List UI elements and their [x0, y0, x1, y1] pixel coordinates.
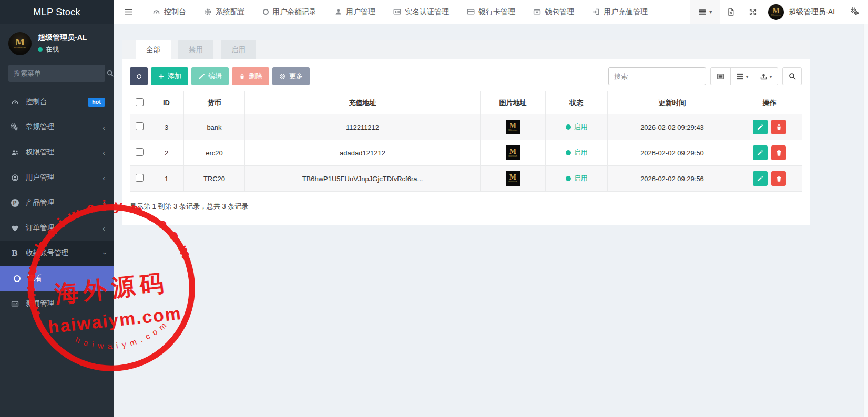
topbar-user-name[interactable]: 超级管理员-AL — [789, 7, 837, 17]
column-header-address[interactable]: 充值地址 — [245, 91, 481, 114]
table-row: 3 bank 112211212 M Millennium — [130, 114, 802, 140]
sidebar-item-users[interactable]: 用户管理 ‹ — [0, 165, 114, 190]
row-edit-button[interactable] — [753, 120, 768, 134]
row-edit-button[interactable] — [753, 171, 768, 186]
select-all-checkbox[interactable] — [136, 98, 144, 106]
trash-icon — [775, 175, 782, 182]
scrollbar-track[interactable] — [863, 24, 868, 417]
sidebar-item-products[interactable]: P 产品管理 ‹ — [0, 190, 114, 215]
row-checkbox[interactable] — [136, 148, 144, 156]
product-icon: P — [9, 199, 20, 207]
detail-view-button[interactable] — [710, 67, 731, 85]
cell-updated: 2026-02-02 09:29:43 — [608, 114, 737, 140]
settings-button[interactable] — [842, 0, 868, 24]
row-checkbox[interactable] — [136, 174, 144, 182]
cell-updated: 2026-02-02 09:29:56 — [608, 166, 737, 192]
sidebar-item-dashboard[interactable]: 控制台 hot — [0, 89, 114, 114]
row-delete-button[interactable] — [771, 145, 786, 160]
column-header-id[interactable]: ID — [149, 91, 184, 114]
wallet-icon — [533, 8, 541, 16]
sidebar-item-label: 新闻管理 — [26, 299, 54, 308]
search-icon — [106, 69, 114, 77]
currency-logo-image[interactable]: M Millennium — [506, 145, 520, 160]
pagination-summary: 显示第 1 到第 3 条记录，总共 3 条记录 — [130, 202, 802, 211]
tab-all[interactable]: 全部 — [136, 40, 171, 59]
chevron-left-icon: ‹ — [103, 123, 105, 132]
search-button[interactable] — [782, 67, 802, 85]
user-circle-icon — [9, 174, 20, 182]
topbar-menu: 控制台 系统配置 用户余额记录 用户管理 实名认证管理 银行卡管理 钱包管理 — [144, 0, 657, 24]
user-icon — [334, 8, 342, 16]
gear-icon — [279, 73, 286, 80]
menu-search-input[interactable] — [14, 69, 106, 77]
fullscreen-button[interactable] — [742, 0, 764, 24]
avatar[interactable]: M Millennium — [8, 32, 32, 55]
table-search-input[interactable] — [608, 67, 706, 85]
chevron-left-icon: ‹ — [103, 199, 105, 207]
row-delete-button[interactable] — [771, 120, 786, 134]
main-content: 全部 禁用 启用 添加 编辑 — [114, 24, 868, 417]
credit-card-icon — [467, 8, 475, 16]
topnav-system-config[interactable]: 系统配置 — [195, 0, 254, 24]
row-edit-button[interactable] — [753, 145, 768, 160]
cell-address: 112211212 — [245, 114, 481, 140]
currency-logo-image[interactable]: M Millennium — [506, 171, 520, 186]
status-dot-icon — [566, 150, 571, 155]
tab-disabled[interactable]: 禁用 — [178, 40, 213, 59]
column-header-image[interactable]: 图片地址 — [481, 91, 546, 114]
table-header-row: ID 货币 充值地址 图片地址 状态 更新时间 操作 — [130, 91, 802, 114]
tab-enabled[interactable]: 启用 — [221, 40, 256, 59]
columns-button[interactable]: ▾ — [730, 67, 754, 85]
table-row: 1 TRC20 TB6hwP1U5FUnVJnpJGjcTDfvRcf6ra..… — [130, 166, 802, 192]
sidebar-item-orders[interactable]: 订单管理 ‹ — [0, 215, 114, 241]
chevron-down-icon: ‹ — [99, 252, 108, 255]
list-detail-icon — [717, 72, 724, 80]
cell-id: 2 — [149, 140, 184, 166]
pencil-icon — [198, 73, 205, 80]
row-checkbox[interactable] — [136, 122, 144, 130]
logo-letter: M — [15, 38, 25, 46]
export-button[interactable]: ▾ — [754, 67, 778, 85]
sidebar-toggle-button[interactable] — [114, 0, 144, 24]
column-header-status[interactable]: 状态 — [546, 91, 608, 114]
currency-logo-image[interactable]: M Millennium — [506, 120, 520, 134]
topnav-recharge-management[interactable]: 用户充值管理 — [583, 0, 657, 24]
topnav-balance-records[interactable]: 用户余额记录 — [254, 0, 325, 24]
edit-button[interactable]: 编辑 — [191, 67, 229, 85]
row-delete-button[interactable] — [771, 171, 786, 186]
clear-cache-button[interactable] — [720, 0, 742, 24]
sidebar-user-panel: M Millennium 超级管理员-AL 在线 — [0, 24, 114, 61]
status-badge: 启用 — [546, 140, 607, 165]
topbar-avatar[interactable]: M Millennium — [768, 4, 784, 20]
column-header-updated[interactable]: 更新时间 — [608, 91, 737, 114]
hamburger-icon — [124, 7, 133, 16]
topnav-identity-verification[interactable]: 实名认证管理 — [384, 0, 458, 24]
sidebar-subitem-view[interactable]: 查看 — [0, 266, 114, 291]
topbar-right: ▾ M Millennium 超级管理员-AL — [690, 0, 868, 24]
trash-icon — [239, 73, 246, 80]
sidebar-item-news[interactable]: 新闻管理 — [0, 291, 114, 316]
cell-id: 3 — [149, 114, 184, 140]
add-button[interactable]: 添加 — [151, 67, 188, 85]
delete-button[interactable]: 删除 — [232, 67, 269, 85]
sidebar-search — [8, 65, 105, 82]
more-button[interactable]: 更多 — [272, 67, 310, 85]
bitcoin-icon: B — [9, 249, 20, 257]
export-icon — [760, 72, 768, 80]
panel-body: 添加 编辑 删除 更多 — [122, 59, 810, 225]
refresh-button[interactable] — [130, 67, 148, 85]
cell-currency: erc20 — [184, 140, 245, 166]
sidebar-item-permissions[interactable]: 权限管理 ‹ — [0, 140, 114, 165]
sidebar-item-payment-accounts[interactable]: B 收款账号管理 ‹ — [0, 241, 114, 266]
select-all-cell — [130, 91, 149, 114]
sidebar-item-general[interactable]: 常规管理 ‹ — [0, 114, 114, 140]
cell-currency: TRC20 — [184, 166, 245, 192]
gears-icon — [851, 7, 860, 16]
online-dot-icon — [38, 47, 43, 52]
column-header-currency[interactable]: 货币 — [184, 91, 245, 114]
topnav-dashboard[interactable]: 控制台 — [144, 0, 195, 24]
tabs-menu-dropdown[interactable]: ▾ — [690, 0, 720, 24]
topnav-wallets[interactable]: 钱包管理 — [524, 0, 583, 24]
topnav-bank-cards[interactable]: 银行卡管理 — [458, 0, 524, 24]
topnav-user-management[interactable]: 用户管理 — [325, 0, 384, 24]
